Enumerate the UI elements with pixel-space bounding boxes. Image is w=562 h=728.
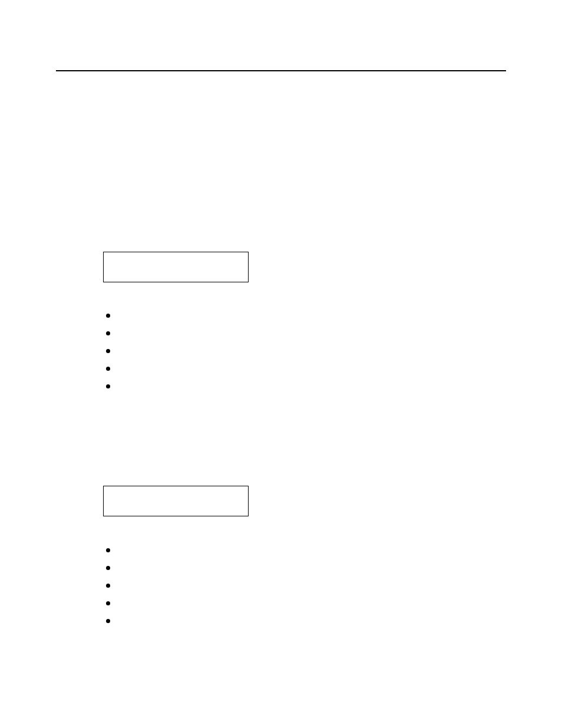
framed-box-1 xyxy=(103,252,249,282)
list-item xyxy=(106,612,124,630)
list-item xyxy=(106,307,124,324)
list-item xyxy=(106,360,124,377)
list-item xyxy=(106,577,124,594)
list-item xyxy=(106,342,124,360)
document-page xyxy=(0,0,562,728)
horizontal-rule xyxy=(56,70,506,71)
list-item xyxy=(106,541,124,559)
bullet-list-1 xyxy=(106,307,124,395)
bullet-list-2 xyxy=(106,541,124,630)
framed-box-2 xyxy=(103,486,249,516)
list-item xyxy=(106,559,124,577)
list-item xyxy=(106,324,124,342)
list-item xyxy=(106,594,124,612)
list-item xyxy=(106,377,124,395)
